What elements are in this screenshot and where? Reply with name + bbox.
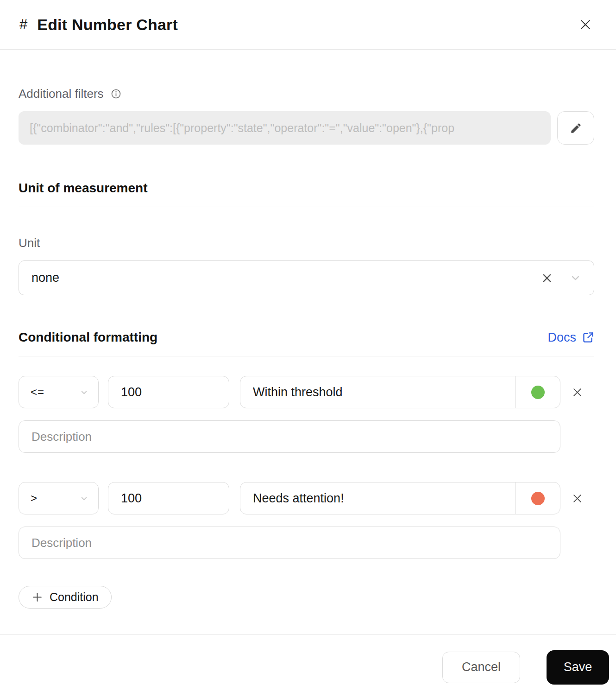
add-condition-label: Condition (50, 590, 99, 604)
remove-condition-icon[interactable] (560, 482, 594, 514)
condition-label-group (240, 376, 560, 408)
info-icon[interactable] (111, 89, 121, 99)
operator-value: > (31, 492, 80, 505)
number-type-icon: # (19, 16, 27, 33)
chevron-down-icon (80, 388, 88, 397)
add-condition-button[interactable]: Condition (19, 586, 112, 609)
unit-select[interactable]: none (19, 260, 594, 295)
plus-icon (31, 591, 43, 603)
docs-link-label: Docs (547, 330, 576, 345)
color-swatch-button[interactable] (515, 376, 560, 408)
condition-label-group (240, 482, 560, 514)
modal-title: Edit Number Chart (37, 16, 178, 34)
modal-header: # Edit Number Chart (0, 0, 616, 50)
threshold-value-input[interactable] (108, 482, 229, 514)
save-button[interactable]: Save (547, 650, 609, 685)
additional-filters-input (19, 111, 551, 145)
cancel-button[interactable]: Cancel (442, 652, 520, 683)
condition-label-input[interactable] (240, 482, 515, 514)
additional-filters-label: Additional filters (19, 87, 104, 101)
operator-value: <= (31, 386, 80, 399)
unit-section-heading: Unit of measurement (19, 181, 594, 196)
conditional-formatting-header: Conditional formatting Docs (19, 330, 594, 345)
threshold-value-input[interactable] (108, 376, 229, 408)
operator-select[interactable]: > (19, 482, 99, 514)
edit-filters-button[interactable] (557, 111, 594, 145)
color-dot (531, 386, 545, 399)
color-swatch-button[interactable] (515, 482, 560, 514)
close-icon[interactable] (575, 14, 596, 35)
remove-condition-icon[interactable] (560, 376, 594, 408)
color-dot (531, 492, 545, 505)
condition-description-input[interactable] (19, 420, 560, 453)
modal-body: Additional filters (0, 87, 616, 609)
operator-select[interactable]: <= (19, 376, 99, 408)
docs-link[interactable]: Docs (547, 330, 594, 345)
clear-icon[interactable] (541, 272, 553, 284)
condition-description-input[interactable] (19, 527, 560, 559)
unit-select-value: none (31, 271, 541, 285)
edit-number-chart-modal: # Edit Number Chart Additional filters (0, 0, 616, 698)
unit-field: Unit none (19, 236, 594, 295)
unit-label: Unit (19, 236, 594, 250)
section-divider (19, 356, 594, 356)
condition-label-input[interactable] (240, 376, 515, 408)
external-link-icon (582, 331, 594, 343)
condition-row: <= (19, 376, 594, 453)
condition-row: > (19, 482, 594, 559)
chevron-down-icon (570, 272, 581, 284)
additional-filters-section: Additional filters (19, 87, 594, 145)
modal-footer: Cancel Save (0, 635, 616, 698)
section-divider (19, 207, 594, 207)
conditional-formatting-heading: Conditional formatting (19, 330, 157, 345)
chevron-down-icon (80, 494, 88, 503)
pencil-icon (570, 122, 582, 134)
